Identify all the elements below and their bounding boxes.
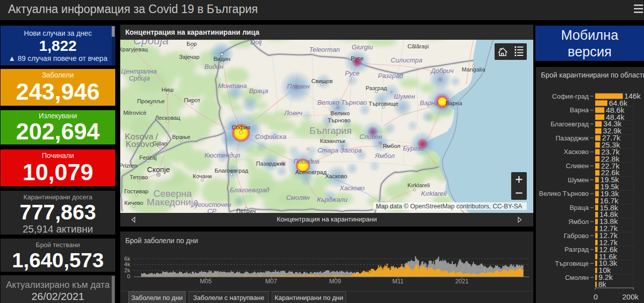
svg-text:Пазарджик: Пазарджик <box>256 161 286 167</box>
svg-text:Централна: Централна <box>121 67 157 75</box>
svg-text:Благоевград: Благоевград <box>214 168 248 174</box>
svg-text:Враца: Враца <box>570 204 589 211</box>
svg-text:Варна: Варна <box>420 99 439 107</box>
svg-text:Софийска: Софийска <box>255 133 286 140</box>
svg-text:Сливен: Сливен <box>566 162 589 170</box>
svg-text:Ниш: Ниш <box>162 87 174 93</box>
svg-text:Ямбол: Ямбол <box>374 152 395 160</box>
svg-text:Силистра: Силистра <box>391 56 423 64</box>
svg-text:Габрово: Габрово <box>564 232 589 240</box>
svg-text:Бор: Бор <box>187 41 197 47</box>
svg-text:Kosovo: Kosovo <box>126 139 154 149</box>
svg-text:Разград: Разград <box>366 85 387 91</box>
svg-text:Ferizaj: Ferizaj <box>139 155 157 161</box>
svg-text:M09: M09 <box>329 278 341 285</box>
svg-text:Кърджали: Кърджали <box>317 196 348 203</box>
svg-text:България: България <box>309 125 352 136</box>
svg-text:Видин: Видин <box>204 63 223 70</box>
svg-text:Петрич: Петрич <box>236 208 256 213</box>
svg-text:Русе: Русе <box>351 55 363 61</box>
svg-text:Ямбол: Ямбол <box>382 143 400 149</box>
svg-text:Лесковац: Лесковац <box>155 115 181 121</box>
svg-text:Mitrovicë: Mitrovicë <box>123 110 146 116</box>
svg-text:Благоевград: Благоевград <box>230 186 270 194</box>
svg-text:Македонија: Македонија <box>147 197 199 207</box>
svg-text:Хасково: Хасково <box>325 173 347 179</box>
svg-text:Teleorman: Teleorman <box>309 46 340 53</box>
svg-text:Разград: Разград <box>565 246 589 253</box>
svg-text:Србија: Србија <box>129 74 149 82</box>
svg-text:СР: СР <box>207 207 216 213</box>
svg-text:Ловеч: Ловеч <box>284 109 302 117</box>
svg-text:Dolj: Dolj <box>251 40 263 46</box>
svg-text:Ямбол: Ямбол <box>569 218 589 225</box>
svg-text:Велико Търново: Велико Търново <box>317 99 367 106</box>
svg-text:Кюстендил: Кюстендил <box>205 152 241 159</box>
svg-text:Стара Загора: Стара Загора <box>317 146 362 154</box>
svg-text:Търговище: Търговище <box>555 260 589 267</box>
svg-text:M11: M11 <box>392 278 404 285</box>
svg-text:Врање: Врање <box>172 134 190 140</box>
svg-text:Прокупље: Прокупље <box>137 98 165 104</box>
svg-text:Кочани: Кочани <box>193 173 212 179</box>
svg-text:Варна: Варна <box>445 100 462 106</box>
svg-text:Шумен: Шумен <box>568 176 589 184</box>
svg-text:M05: M05 <box>200 278 212 285</box>
svg-text:Плевен: Плевен <box>287 83 310 90</box>
svg-text:Kırklareli: Kırklareli <box>408 182 430 188</box>
svg-text:Prizren: Prizren <box>120 163 137 169</box>
svg-text:Добрич: Добрич <box>430 67 454 74</box>
svg-text:Велико Търново: Велико Търново <box>539 190 589 197</box>
svg-text:4k: 4k <box>124 261 130 267</box>
svg-text:Шумен: Шумен <box>394 93 415 100</box>
svg-text:Гостивар: Гостивар <box>124 188 148 194</box>
svg-text:Русе: Русе <box>345 69 360 77</box>
svg-text:8k: 8k <box>598 280 606 288</box>
svg-text:Варна: Варна <box>570 106 589 114</box>
svg-text:Пазарджик: Пазарджик <box>555 134 589 142</box>
svg-text:Скопје: Скопје <box>147 165 170 174</box>
svg-text:Видин: Видин <box>213 56 230 62</box>
svg-text:Тетово: Тетово <box>130 174 148 180</box>
svg-text:София: София <box>232 124 251 130</box>
svg-text:Велико: Велико <box>331 110 350 116</box>
svg-text:Mangalia: Mangalia <box>462 66 486 72</box>
svg-text:Хасково: Хасково <box>564 148 589 156</box>
svg-text:Смолян: Смолян <box>286 194 310 201</box>
svg-text:Търговище: Търговище <box>368 101 398 107</box>
svg-text:Бургас: Бургас <box>403 144 424 152</box>
svg-text:M07: M07 <box>265 278 277 285</box>
svg-text:Крагујевац: Крагујевац <box>120 46 148 52</box>
svg-text:Хасково: Хасково <box>339 184 365 192</box>
svg-text:Зајечар: Зајечар <box>179 54 200 60</box>
svg-text:Giurgiu: Giurgiu <box>352 43 373 51</box>
svg-text:Монтана: Монтана <box>218 82 247 90</box>
svg-text:Пловдив: Пловдив <box>293 158 319 165</box>
svg-text:Свищов: Свищов <box>311 78 333 84</box>
svg-text:Разград: Разград <box>378 72 403 80</box>
svg-text:Map data © OpenStreetMap contr: Map data © OpenStreetMap contributors, C… <box>376 203 522 210</box>
svg-text:Асеновград: Асеновград <box>295 169 327 175</box>
svg-text:София-град: София-град <box>552 93 589 100</box>
svg-text:0: 0 <box>594 292 598 301</box>
svg-text:Смолян: Смолян <box>565 274 589 281</box>
svg-text:2021: 2021 <box>455 278 469 285</box>
svg-text:Пирот: Пирот <box>184 97 201 103</box>
svg-text:Кичево: Кичево <box>124 200 143 206</box>
svg-text:Сливен: Сливен <box>360 133 382 140</box>
svg-text:Kırklareli: Kırklareli <box>421 190 447 197</box>
svg-text:Србија: Србија <box>133 40 169 47</box>
svg-text:Търново: Търново <box>328 117 351 123</box>
svg-text:0: 0 <box>127 273 130 279</box>
svg-text:200k: 200k <box>622 292 639 301</box>
svg-text:2k: 2k <box>124 267 130 273</box>
svg-text:Călărași: Călărași <box>408 43 429 49</box>
svg-text:Враца: Враца <box>249 87 268 95</box>
svg-text:Благоевград: Благоевград <box>550 120 589 128</box>
svg-text:Казанлък: Казанлък <box>320 138 346 144</box>
